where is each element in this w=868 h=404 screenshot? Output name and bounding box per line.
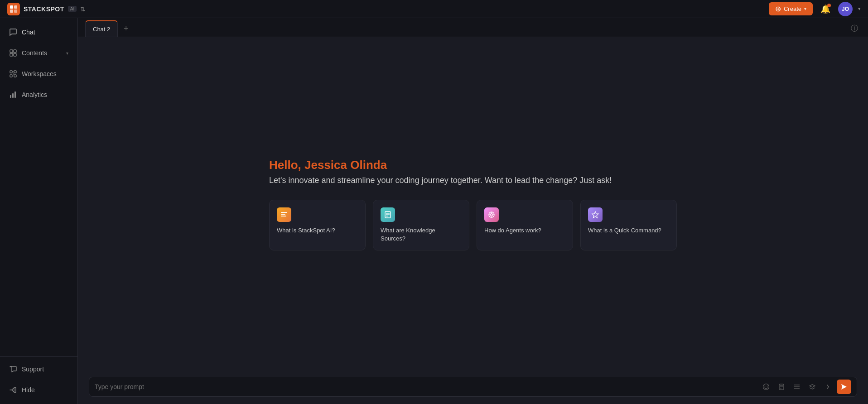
svg-point-35 [767, 386, 768, 387]
svg-rect-21 [281, 216, 286, 216]
sidebar-item-chat-label: Chat [22, 29, 35, 36]
svg-rect-15 [12, 93, 14, 98]
more-button[interactable] [821, 380, 834, 393]
contents-chevron-icon: ▾ [66, 51, 68, 56]
svg-rect-6 [10, 53, 13, 56]
sidebar-item-hide[interactable]: Hide [0, 380, 77, 400]
card-icon-knowledge [381, 207, 395, 222]
hide-icon [9, 386, 17, 394]
prompt-input[interactable] [95, 383, 760, 390]
svg-rect-20 [281, 214, 285, 215]
svg-point-27 [491, 213, 493, 216]
tab-chat2-label: Chat 2 [93, 26, 110, 33]
tab-bar-right: ⓘ [848, 22, 861, 35]
content-area: Chat 2 + ⓘ Hello, Jessica Olinda Let's i… [78, 18, 868, 404]
emoji-button[interactable] [760, 380, 772, 393]
card-label-knowledge: What are Knowledge Sources? [381, 226, 462, 243]
svg-marker-32 [592, 212, 598, 218]
contents-icon [9, 49, 17, 57]
sidebar-item-hide-label: Hide [22, 386, 35, 394]
notification-button[interactable]: 🔔 [818, 2, 833, 16]
avatar-initials: JO [842, 6, 849, 12]
svg-rect-2 [10, 10, 13, 13]
card-icon-stackspot [277, 207, 291, 222]
info-button[interactable]: ⓘ [848, 22, 861, 35]
analytics-icon [9, 91, 17, 99]
card-label-stackspot: What is StackSpot AI? [277, 226, 358, 235]
welcome-greeting: Hello, Jessica Olinda [269, 158, 677, 172]
svg-rect-18 [14, 387, 16, 393]
plus-icon: ⊕ [775, 5, 781, 13]
tab-chat2[interactable]: Chat 2 [85, 20, 118, 37]
notification-badge [827, 4, 831, 7]
sidebar-item-chat[interactable]: Chat [0, 22, 77, 43]
svg-rect-8 [10, 71, 12, 73]
sidebar-item-support-label: Support [22, 366, 44, 373]
input-bar [78, 371, 868, 404]
sidebar-bottom: Support Hide [0, 356, 77, 400]
svg-rect-1 [14, 5, 17, 9]
svg-rect-4 [10, 50, 13, 53]
chat-icon [9, 28, 17, 36]
avatar-chevron-icon[interactable]: ▾ [858, 6, 861, 12]
chat-main: Hello, Jessica Olinda Let's innovate and… [78, 37, 868, 371]
tab-bar: Chat 2 + ⓘ [78, 18, 868, 37]
sidebar: Chat Contents ▾ [0, 18, 78, 404]
layers-button[interactable] [806, 380, 819, 393]
sidebar-item-support[interactable]: Support [0, 359, 77, 380]
sidebar-item-workspaces[interactable]: Workspaces [0, 63, 77, 84]
svg-rect-16 [14, 91, 16, 98]
sidebar-item-analytics-label: Analytics [22, 91, 47, 98]
sidebar-item-contents-label: Contents [22, 49, 47, 57]
card-icon-agents [484, 207, 499, 222]
welcome-subtitle: Let's innovate and streamline your codin… [269, 176, 677, 185]
attachment-button[interactable] [775, 380, 788, 393]
avatar-button[interactable]: JO [838, 2, 853, 16]
prompt-input-wrap [89, 377, 857, 397]
support-icon [9, 365, 17, 373]
expand-icon[interactable]: ⇅ [80, 5, 86, 13]
workspaces-icon [9, 70, 17, 78]
logo-icon [7, 3, 20, 15]
svg-rect-0 [10, 5, 13, 9]
svg-rect-3 [14, 10, 17, 13]
sidebar-item-analytics[interactable]: Analytics [0, 84, 77, 105]
suggestion-card-agents[interactable]: How do Agents work? [477, 200, 573, 250]
suggestion-card-knowledge[interactable]: What are Knowledge Sources? [373, 200, 469, 250]
suggestion-card-stackspot[interactable]: What is StackSpot AI? [269, 200, 366, 250]
suggestion-cards: What is StackSpot AI? What are Knowledge… [269, 200, 677, 250]
topbar: STACKSPOT AI ⇅ ⊕ Create ▾ 🔔 JO ▾ [0, 0, 868, 18]
logo-text: STACKSPOT [24, 5, 64, 13]
svg-rect-9 [14, 71, 16, 73]
card-label-quickcmd: What is a Quick Command? [588, 226, 669, 235]
topbar-left: STACKSPOT AI ⇅ [7, 3, 86, 15]
create-button[interactable]: ⊕ Create ▾ [769, 2, 813, 15]
input-actions [760, 380, 851, 394]
card-icon-quickcmd [588, 207, 603, 222]
suggestion-card-quickcmd[interactable]: What is a Quick Command? [580, 200, 677, 250]
svg-point-34 [765, 386, 766, 387]
svg-rect-5 [14, 50, 16, 53]
create-label: Create [784, 5, 801, 12]
topbar-right: ⊕ Create ▾ 🔔 JO ▾ [769, 2, 861, 16]
svg-rect-11 [14, 75, 16, 77]
logo-badge: AI [68, 6, 77, 12]
send-button[interactable] [837, 380, 851, 394]
svg-rect-19 [281, 212, 287, 213]
main-layout: Chat Contents ▾ [0, 18, 868, 404]
svg-rect-7 [14, 53, 16, 56]
card-label-agents: How do Agents work? [484, 226, 565, 235]
svg-rect-10 [10, 75, 12, 77]
welcome-section: Hello, Jessica Olinda Let's innovate and… [269, 158, 677, 185]
svg-rect-14 [10, 95, 11, 98]
list-button[interactable] [791, 380, 803, 393]
add-tab-button[interactable]: + [120, 22, 132, 35]
create-chevron-icon: ▾ [804, 6, 806, 11]
sidebar-item-workspaces-label: Workspaces [22, 70, 57, 77]
sidebar-item-contents[interactable]: Contents ▾ [0, 43, 77, 63]
